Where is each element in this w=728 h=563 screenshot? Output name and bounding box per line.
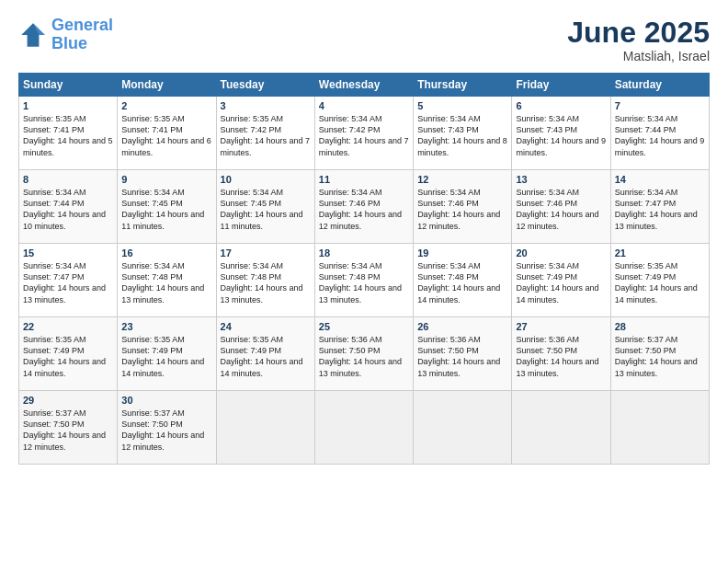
day-number: 3 xyxy=(221,100,311,111)
day-info: Sunrise: 5:34 AM Sunset: 7:46 PM Dayligh… xyxy=(516,187,606,232)
table-row: 5 Sunrise: 5:34 AM Sunset: 7:43 PM Dayli… xyxy=(414,97,512,170)
header-sunday: Sunday xyxy=(19,74,118,97)
table-row: 18 Sunrise: 5:34 AM Sunset: 7:48 PM Dayl… xyxy=(314,244,413,317)
day-info: Sunrise: 5:35 AM Sunset: 7:49 PM Dayligh… xyxy=(221,334,311,379)
day-info: Sunrise: 5:36 AM Sunset: 7:50 PM Dayligh… xyxy=(516,334,606,379)
day-info: Sunrise: 5:35 AM Sunset: 7:49 PM Dayligh… xyxy=(23,334,113,379)
table-row: 9 Sunrise: 5:34 AM Sunset: 7:45 PM Dayli… xyxy=(118,170,216,244)
calendar-week-row: 1 Sunrise: 5:35 AM Sunset: 7:41 PM Dayli… xyxy=(19,97,710,170)
day-info: Sunrise: 5:36 AM Sunset: 7:50 PM Dayligh… xyxy=(417,334,507,379)
table-row: 20 Sunrise: 5:34 AM Sunset: 7:49 PM Dayl… xyxy=(512,244,610,317)
location: Matsliah, Israel xyxy=(567,49,710,63)
day-number: 25 xyxy=(319,321,409,332)
header-wednesday: Wednesday xyxy=(314,74,413,97)
table-row: 29 Sunrise: 5:37 AM Sunset: 7:50 PM Dayl… xyxy=(19,391,118,465)
day-number: 29 xyxy=(23,395,113,406)
day-info: Sunrise: 5:35 AM Sunset: 7:49 PM Dayligh… xyxy=(615,260,705,305)
table-row: 6 Sunrise: 5:34 AM Sunset: 7:43 PM Dayli… xyxy=(512,97,610,170)
day-info: Sunrise: 5:34 AM Sunset: 7:44 PM Dayligh… xyxy=(23,187,113,232)
table-row: 15 Sunrise: 5:34 AM Sunset: 7:47 PM Dayl… xyxy=(19,244,118,317)
logo-text: General Blue xyxy=(51,17,113,53)
month-title: June 2025 xyxy=(567,17,710,49)
day-number: 12 xyxy=(417,174,507,185)
day-number: 20 xyxy=(516,247,606,259)
day-info: Sunrise: 5:34 AM Sunset: 7:43 PM Dayligh… xyxy=(417,113,507,158)
header-saturday: Saturday xyxy=(610,74,709,97)
table-row xyxy=(610,391,709,465)
table-row: 25 Sunrise: 5:36 AM Sunset: 7:50 PM Dayl… xyxy=(314,317,413,391)
day-info: Sunrise: 5:37 AM Sunset: 7:50 PM Dayligh… xyxy=(23,408,113,453)
day-number: 27 xyxy=(516,321,606,332)
table-row xyxy=(314,391,413,465)
table-row: 21 Sunrise: 5:35 AM Sunset: 7:49 PM Dayl… xyxy=(610,244,709,317)
calendar-week-row: 22 Sunrise: 5:35 AM Sunset: 7:49 PM Dayl… xyxy=(19,317,710,391)
table-row xyxy=(512,391,610,465)
day-number: 4 xyxy=(319,100,409,111)
day-info: Sunrise: 5:34 AM Sunset: 7:48 PM Dayligh… xyxy=(417,260,507,305)
day-info: Sunrise: 5:35 AM Sunset: 7:41 PM Dayligh… xyxy=(121,113,211,158)
day-number: 21 xyxy=(615,247,705,259)
title-block: June 2025 Matsliah, Israel xyxy=(567,17,710,63)
day-number: 30 xyxy=(121,395,211,406)
day-info: Sunrise: 5:34 AM Sunset: 7:46 PM Dayligh… xyxy=(319,187,409,232)
day-number: 1 xyxy=(23,100,113,111)
table-row: 3 Sunrise: 5:35 AM Sunset: 7:42 PM Dayli… xyxy=(216,97,314,170)
table-row: 22 Sunrise: 5:35 AM Sunset: 7:49 PM Dayl… xyxy=(19,317,118,391)
logo: General Blue xyxy=(18,17,113,53)
day-info: Sunrise: 5:34 AM Sunset: 7:49 PM Dayligh… xyxy=(516,260,606,305)
table-row: 26 Sunrise: 5:36 AM Sunset: 7:50 PM Dayl… xyxy=(414,317,512,391)
table-row: 19 Sunrise: 5:34 AM Sunset: 7:48 PM Dayl… xyxy=(414,244,512,317)
table-row xyxy=(216,391,314,465)
table-row xyxy=(414,391,512,465)
day-number: 14 xyxy=(615,174,705,185)
logo-icon xyxy=(18,20,48,50)
table-row: 7 Sunrise: 5:34 AM Sunset: 7:44 PM Dayli… xyxy=(610,97,709,170)
day-info: Sunrise: 5:37 AM Sunset: 7:50 PM Dayligh… xyxy=(121,408,211,453)
table-row: 27 Sunrise: 5:36 AM Sunset: 7:50 PM Dayl… xyxy=(512,317,610,391)
day-info: Sunrise: 5:35 AM Sunset: 7:49 PM Dayligh… xyxy=(121,334,211,379)
day-number: 9 xyxy=(121,174,211,185)
day-info: Sunrise: 5:34 AM Sunset: 7:45 PM Dayligh… xyxy=(121,187,211,232)
table-row: 24 Sunrise: 5:35 AM Sunset: 7:49 PM Dayl… xyxy=(216,317,314,391)
day-number: 16 xyxy=(121,247,211,259)
table-row: 4 Sunrise: 5:34 AM Sunset: 7:42 PM Dayli… xyxy=(314,97,413,170)
day-info: Sunrise: 5:34 AM Sunset: 7:42 PM Dayligh… xyxy=(319,113,409,158)
day-info: Sunrise: 5:34 AM Sunset: 7:45 PM Dayligh… xyxy=(221,187,311,232)
logo-general: General xyxy=(51,16,113,34)
calendar-week-row: 15 Sunrise: 5:34 AM Sunset: 7:47 PM Dayl… xyxy=(19,244,710,317)
logo-blue: Blue xyxy=(51,35,113,53)
day-info: Sunrise: 5:37 AM Sunset: 7:50 PM Dayligh… xyxy=(615,334,705,379)
day-number: 18 xyxy=(319,247,409,259)
table-row: 10 Sunrise: 5:34 AM Sunset: 7:45 PM Dayl… xyxy=(216,170,314,244)
day-number: 15 xyxy=(23,247,113,259)
day-info: Sunrise: 5:35 AM Sunset: 7:41 PM Dayligh… xyxy=(23,113,113,158)
table-row: 14 Sunrise: 5:34 AM Sunset: 7:47 PM Dayl… xyxy=(610,170,709,244)
day-info: Sunrise: 5:34 AM Sunset: 7:47 PM Dayligh… xyxy=(615,187,705,232)
day-info: Sunrise: 5:34 AM Sunset: 7:44 PM Dayligh… xyxy=(615,113,705,158)
header-friday: Friday xyxy=(512,74,610,97)
table-row: 2 Sunrise: 5:35 AM Sunset: 7:41 PM Dayli… xyxy=(118,97,216,170)
day-number: 10 xyxy=(221,174,311,185)
table-row: 28 Sunrise: 5:37 AM Sunset: 7:50 PM Dayl… xyxy=(610,317,709,391)
day-number: 7 xyxy=(615,100,705,111)
table-row: 1 Sunrise: 5:35 AM Sunset: 7:41 PM Dayli… xyxy=(19,97,118,170)
day-number: 13 xyxy=(516,174,606,185)
table-row: 11 Sunrise: 5:34 AM Sunset: 7:46 PM Dayl… xyxy=(314,170,413,244)
day-number: 6 xyxy=(516,100,606,111)
header-tuesday: Tuesday xyxy=(216,74,314,97)
table-row: 8 Sunrise: 5:34 AM Sunset: 7:44 PM Dayli… xyxy=(19,170,118,244)
table-row: 12 Sunrise: 5:34 AM Sunset: 7:46 PM Dayl… xyxy=(414,170,512,244)
day-number: 8 xyxy=(23,174,113,185)
day-number: 5 xyxy=(417,100,507,111)
day-info: Sunrise: 5:34 AM Sunset: 7:47 PM Dayligh… xyxy=(23,260,113,305)
day-number: 22 xyxy=(23,321,113,332)
day-number: 26 xyxy=(417,321,507,332)
header: General Blue June 2025 Matsliah, Israel xyxy=(18,17,710,63)
day-number: 11 xyxy=(319,174,409,185)
table-row: 17 Sunrise: 5:34 AM Sunset: 7:48 PM Dayl… xyxy=(216,244,314,317)
table-row: 23 Sunrise: 5:35 AM Sunset: 7:49 PM Dayl… xyxy=(118,317,216,391)
calendar-header-row: Sunday Monday Tuesday Wednesday Thursday… xyxy=(19,74,710,97)
day-info: Sunrise: 5:34 AM Sunset: 7:46 PM Dayligh… xyxy=(417,187,507,232)
day-info: Sunrise: 5:36 AM Sunset: 7:50 PM Dayligh… xyxy=(319,334,409,379)
calendar-table: Sunday Monday Tuesday Wednesday Thursday… xyxy=(18,73,710,465)
